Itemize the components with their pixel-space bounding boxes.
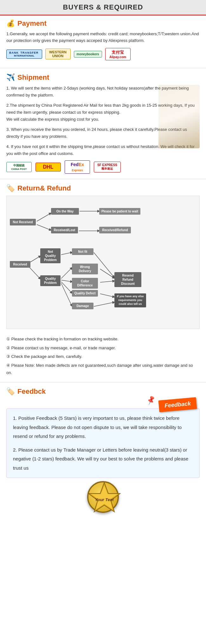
shipment-title-row: ✈️ Shipment bbox=[6, 73, 200, 82]
svg-line-14 bbox=[100, 294, 114, 297]
feedback-title-row: 🏷️ Feedbck bbox=[6, 387, 200, 396]
feedback-content: 1. Positive Feedback (5 Stars) is very i… bbox=[6, 408, 200, 478]
payment-text: 1.Generally, we accept the following pay… bbox=[6, 31, 200, 44]
bank-transfer-logo: BANK TRANSFER INTERNATIONAL bbox=[6, 50, 42, 59]
node-quality-defect: Quality Defect bbox=[72, 290, 98, 297]
badge-text: Your Text bbox=[95, 497, 114, 502]
node-if-else: If you have any else requirements you co… bbox=[114, 293, 146, 307]
node-received: Received bbox=[10, 261, 30, 268]
feedback-icon: 🏷️ bbox=[6, 387, 15, 396]
badge-star-svg: Your Text bbox=[87, 481, 122, 516]
refund-note-3: ③ Check the package and Item, carefully. bbox=[6, 353, 200, 360]
refund-notes: ① Please check the tracking in formation… bbox=[6, 332, 200, 381]
node-be-patient: Please be patient to wait bbox=[99, 208, 140, 215]
node-not-quality: Not Quality Problem bbox=[40, 248, 61, 263]
feedback-item-2: 2. Please contact us by Trade Manager or… bbox=[13, 446, 193, 473]
page-title: BUYERS & REQUIRED bbox=[0, 3, 206, 11]
svg-line-7 bbox=[61, 268, 72, 278]
page-header: BUYERS & REQUIRED bbox=[0, 0, 206, 16]
chinapost-logo: 中国邮政 CHINA POST bbox=[6, 162, 32, 172]
refund-title-row: 🏷️ Return& Refund bbox=[6, 184, 200, 192]
bottom-badge-area: Your Text bbox=[6, 478, 200, 517]
svg-line-13 bbox=[100, 281, 114, 282]
svg-line-0 bbox=[37, 213, 50, 221]
badge-circle: Your Text bbox=[87, 481, 119, 513]
node-not-received: Not Received bbox=[10, 219, 36, 225]
payment-icon: 💰 bbox=[6, 19, 15, 28]
shipment-icon: ✈️ bbox=[6, 73, 15, 82]
western-union-logo: WESTERN UNION bbox=[45, 49, 71, 59]
refund-note-4: ④ Please Note: Men made defects are not … bbox=[6, 362, 200, 377]
node-received-refund: Received/Refund bbox=[99, 227, 131, 233]
shipment-bg-decoration bbox=[158, 85, 200, 148]
refund-note-2: ② Please contact us by meesage, e-mail, … bbox=[6, 344, 200, 352]
badge-container: Your Text bbox=[87, 481, 119, 513]
shipping-logos: 中国邮政 CHINA POST DHL FedExExpress SF EXPR… bbox=[6, 160, 200, 174]
payment-logos: BANK TRANSFER INTERNATIONAL WESTERN UNIO… bbox=[6, 48, 200, 60]
node-received-lost: Received/Lost bbox=[51, 227, 78, 233]
feedback-item-1: 1. Positive Feedback (5 Stars) is very i… bbox=[13, 414, 193, 441]
payment-title-row: 💰 Payment bbox=[6, 19, 200, 28]
refund-icon: 🏷️ bbox=[6, 184, 15, 192]
refund-heading: Return& Refund bbox=[17, 184, 71, 192]
svg-line-8 bbox=[61, 280, 72, 282]
shipment-content: 1. We will sent the items within 2-5days… bbox=[6, 85, 200, 158]
node-resend: Resend Refund Discount bbox=[114, 272, 141, 287]
node-quality-prob: Quality Problem bbox=[40, 275, 61, 286]
svg-line-5 bbox=[29, 267, 40, 278]
dhl-logo: DHL bbox=[35, 163, 61, 171]
svg-line-15 bbox=[94, 302, 114, 306]
svg-line-2 bbox=[37, 225, 50, 230]
svg-line-6 bbox=[61, 252, 72, 255]
sfexpress-logo: SF EXPRESS 顺丰速运 bbox=[94, 162, 121, 172]
payment-section: 💰 Payment 1.Generally, we accept the fol… bbox=[0, 16, 206, 67]
svg-line-9 bbox=[61, 282, 72, 293]
refund-note-1: ① Please check the tracking in formation… bbox=[6, 335, 200, 343]
node-not-fit: Not fit bbox=[72, 248, 93, 255]
moneybookers-logo: moneybookers bbox=[74, 51, 102, 57]
fedex-logo: FedExExpress bbox=[65, 160, 90, 174]
shipment-section: ✈️ Shipment 1. We will sent the items wi… bbox=[0, 70, 206, 178]
svg-line-12 bbox=[100, 269, 114, 278]
svg-line-4 bbox=[29, 256, 40, 263]
svg-line-10 bbox=[61, 283, 72, 305]
refund-section: 🏷️ Return& Refund bbox=[0, 180, 206, 381]
shipment-heading: Shipment bbox=[17, 73, 49, 82]
node-color-diff: Color Difference bbox=[72, 278, 98, 289]
payment-heading: Payment bbox=[17, 19, 47, 28]
feedback-wrapper: 📌 Feedback 1. Positive Feedback (5 Stars… bbox=[6, 408, 200, 478]
alipay-logo: 支付宝 Alipay.com bbox=[105, 48, 131, 60]
feedback-pin-icon: 📌 bbox=[145, 395, 156, 406]
node-on-the-way: On the Way bbox=[51, 208, 79, 215]
feedback-heading: Feedbck bbox=[17, 387, 46, 396]
node-wrong-delivery: Wrong Delivery bbox=[72, 264, 98, 274]
node-damage: Damage bbox=[72, 303, 93, 309]
refund-flowchart: Not Received On the Way Please be patien… bbox=[6, 196, 200, 329]
flowchart-svg bbox=[7, 196, 199, 329]
feedback-section: 🏷️ Feedbck 📌 Feedback 1. Positive Feedba… bbox=[0, 384, 206, 521]
